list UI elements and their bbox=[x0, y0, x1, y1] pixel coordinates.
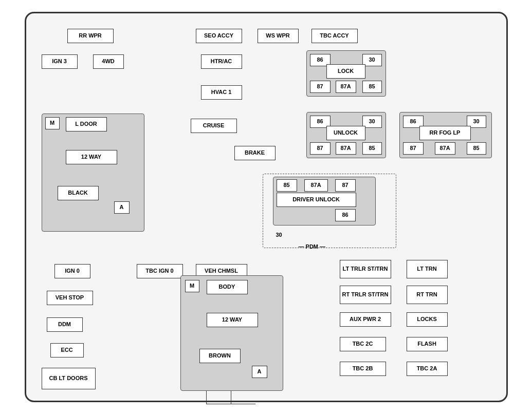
veh-stop-box: VEH STOP bbox=[47, 291, 93, 305]
fwd-box: 4WD bbox=[93, 54, 124, 69]
rrfoglp-label: RR FOG LP bbox=[419, 126, 471, 140]
lock-label: LOCK bbox=[326, 64, 365, 79]
ecc-box: ECC bbox=[50, 343, 84, 357]
rt-trlr-box: RT TRLR ST/TRN bbox=[340, 286, 391, 304]
cruise-box: CRUISE bbox=[191, 119, 237, 133]
tbc2b-box: TBC 2B bbox=[340, 362, 386, 376]
flash-box: FLASH bbox=[407, 337, 448, 351]
cb-lt-doors-box: CB LT DOORS bbox=[42, 368, 96, 389]
pdm-box bbox=[263, 174, 396, 248]
lt-trlr-box: LT TRLR ST/TRN bbox=[340, 260, 391, 278]
unlock-85: 85 bbox=[362, 142, 382, 155]
ign3-box: IGN 3 bbox=[42, 54, 78, 69]
body-label: BODY bbox=[207, 280, 248, 294]
lock-85: 85 bbox=[362, 81, 382, 93]
hvac1-box: HVAC 1 bbox=[201, 85, 242, 100]
lt-trn-box: LT TRN bbox=[407, 260, 448, 278]
lock-87a: 87A bbox=[336, 81, 356, 93]
ldoor-group: M L DOOR 12 WAY BLACK A bbox=[42, 114, 144, 232]
ldoor-black: BLACK bbox=[58, 186, 99, 200]
unlock-label: UNLOCK bbox=[326, 126, 365, 140]
rrfoglp-group: 86 30 RR FOG LP 87 87A 85 bbox=[399, 112, 492, 158]
htr-ac-box: HTR/AC bbox=[201, 54, 242, 69]
aux-pwr2-box: AUX PWR 2 bbox=[340, 312, 391, 327]
ldoor-label: L DOOR bbox=[66, 117, 107, 131]
body-brown: BROWN bbox=[199, 349, 241, 363]
connector-hline-body bbox=[206, 404, 255, 404]
fuse-box-diagram: RR WPR SEO ACCY WS WPR TBC ACCY IGN 3 4W… bbox=[25, 12, 508, 402]
connector-line-body2 bbox=[206, 391, 207, 404]
ws-wpr-box: WS WPR bbox=[258, 29, 299, 43]
seo-accy-box: SEO ACCY bbox=[196, 29, 242, 43]
rrfoglp-87a: 87A bbox=[435, 142, 455, 155]
body-group: M BODY 12 WAY BROWN A bbox=[180, 275, 283, 391]
ldoor-a: A bbox=[114, 201, 130, 214]
rt-trn-box: RT TRN bbox=[407, 286, 448, 304]
ign0-box: IGN 0 bbox=[54, 264, 90, 278]
rrfoglp-87: 87 bbox=[403, 142, 424, 155]
tbc-accy-box: TBC ACCY bbox=[311, 29, 358, 43]
ldoor-12way: 12 WAY bbox=[66, 150, 117, 164]
unlock-87a: 87A bbox=[336, 142, 356, 155]
tbc-ign0-box: TBC IGN 0 bbox=[137, 264, 183, 278]
locks-box: LOCKS bbox=[407, 312, 448, 327]
rr-wpr-box: RR WPR bbox=[67, 29, 114, 43]
rrfoglp-85: 85 bbox=[467, 142, 486, 155]
unlock-group: 86 30 UNLOCK 87 87A 85 bbox=[306, 112, 386, 158]
lock-87: 87 bbox=[310, 81, 331, 93]
connector-line-body bbox=[231, 391, 231, 404]
tbc2c-box: TBC 2C bbox=[340, 337, 386, 351]
ldoor-m: M bbox=[45, 117, 60, 129]
pdm-label: — PDM — bbox=[299, 243, 326, 250]
unlock-87: 87 bbox=[310, 142, 331, 155]
body-a: A bbox=[252, 366, 267, 378]
brake-box: BRAKE bbox=[234, 146, 276, 160]
body-m: M bbox=[185, 280, 199, 292]
tbc2a-box: TBC 2A bbox=[407, 362, 448, 376]
ddm-box: DDM bbox=[47, 317, 83, 332]
lock-group: 86 30 LOCK 87 87A 85 bbox=[306, 50, 386, 97]
body-12way: 12 WAY bbox=[207, 313, 258, 327]
